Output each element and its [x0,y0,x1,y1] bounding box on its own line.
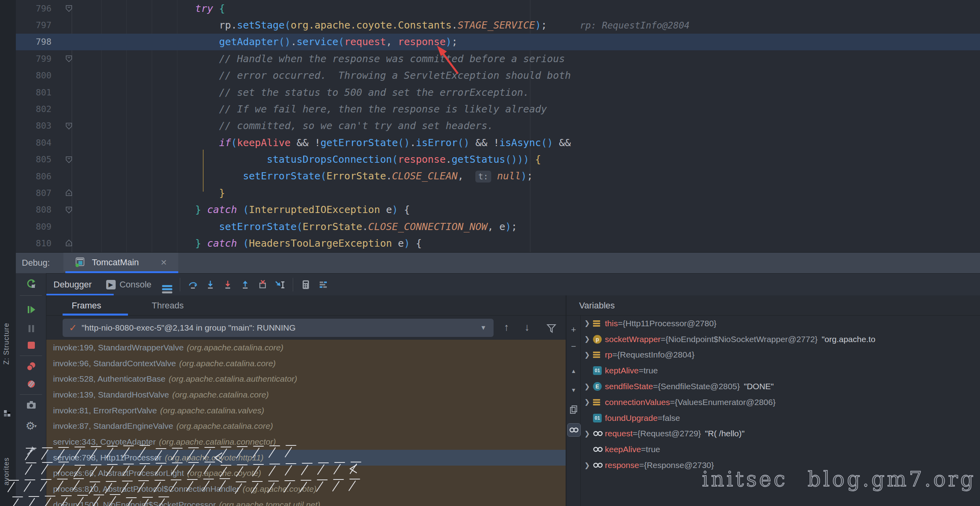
line-number[interactable]: 797 [16,20,51,30]
fold-marker[interactable] [51,0,79,17]
stack-frame-row[interactable]: invoke:87, StandardEngineValve(org.apach… [46,418,566,434]
code-line[interactable]: 804 if(keepAlive && !getErrorState().isE… [16,134,980,151]
fold-marker[interactable] [51,202,79,218]
stack-frame-row[interactable]: invoke:96, StandardContextValve(org.apac… [46,356,566,371]
sidebar-item-structure[interactable]: Z: Structure [2,323,11,365]
stack-frame-row[interactable]: process:66, AbstractProcessorLight(org.a… [46,466,566,481]
variable-row[interactable]: 01foundUpgrade = false [581,410,980,426]
line-number[interactable]: 799 [16,54,51,64]
variable-row[interactable]: ❯request = {Request@2729}"R( /hello)" [581,426,980,442]
variable-row[interactable]: 01keptAlive = true [581,363,980,379]
fold-marker[interactable] [51,235,79,251]
tab-frames[interactable]: Frames [72,301,101,311]
variable-row[interactable]: ❯this = {Http11Processor@2780} [581,316,980,331]
frame-down-button[interactable]: ↓ [524,321,530,333]
line-number[interactable]: 806 [16,171,51,181]
line-number[interactable]: 803 [16,121,51,131]
line-number[interactable]: 798 [16,37,51,47]
pause-button[interactable] [16,321,46,336]
fold-marker[interactable] [51,17,79,33]
run-to-cursor-button[interactable] [271,276,289,293]
code-line[interactable]: 803 // committed, so we can't try and se… [16,118,980,134]
code-line[interactable]: 805 statusDropsConnection(response.getSt… [16,151,980,168]
variable-row[interactable]: ❯response = {Response@2730} [581,457,980,473]
expand-chevron-icon[interactable]: ❯ [581,461,593,470]
resume-button[interactable] [16,302,46,317]
variable-row[interactable]: ❯connectionValues = {ValuesEnumerator@28… [581,394,980,410]
fold-marker[interactable] [51,218,79,235]
tab-threads[interactable]: Threads [152,301,184,311]
expand-chevron-icon[interactable]: ❯ [581,398,593,406]
fold-marker[interactable] [51,168,79,185]
stop-button[interactable] [16,338,46,352]
remove-watch-button[interactable]: − [566,340,581,353]
fold-marker[interactable] [51,84,79,101]
evaluate-expression-button[interactable] [297,276,315,293]
rerun-button[interactable] [16,277,46,291]
fold-marker[interactable] [51,118,79,134]
line-number[interactable]: 802 [16,104,51,114]
frame-up-button[interactable]: ↑ [504,321,509,333]
pin-icon[interactable] [16,443,46,458]
variables-tree[interactable]: ❯this = {Http11Processor@2780}❯psocketWr… [581,316,980,506]
fold-marker[interactable] [51,134,79,151]
copy-stack-icon[interactable] [566,403,581,416]
close-icon[interactable]: ✕ [160,258,167,267]
step-over-button[interactable] [184,276,202,293]
add-watch-button[interactable]: + [566,323,581,336]
expand-chevron-icon[interactable]: ❯ [581,319,593,327]
code-line[interactable]: 809 setErrorState(ErrorState.CLOSE_CONNE… [16,218,980,235]
force-step-into-button[interactable] [219,276,236,293]
code-line[interactable]: 808 } catch (InterruptedIOException e) { [16,202,980,218]
stack-frame-row[interactable]: invoke:199, StandardWrapperValve(org.apa… [46,340,566,356]
line-number[interactable]: 809 [16,222,51,232]
layout-options-icon[interactable] [158,276,176,293]
variable-row[interactable]: ❯EsendfileState = {SendfileState@2805}"D… [581,379,980,394]
debug-session-tab-label[interactable]: TomcatMain [92,257,139,268]
code-line[interactable]: 802 // If we fail here, then the respons… [16,101,980,117]
variable-row[interactable]: keepAlive = true [581,441,980,457]
watches-toggle-button[interactable] [567,423,581,437]
stack-frame-row[interactable]: invoke:81, ErrorReportValve(org.apache.c… [46,403,566,418]
line-number[interactable]: 800 [16,70,51,80]
drop-frame-button[interactable] [254,276,271,293]
stack-frame-row[interactable]: process:810, AbstractProtocol$Connection… [46,481,566,497]
code-line[interactable]: 807 } [16,185,980,201]
camera-icon[interactable] [16,398,46,413]
thread-dropdown[interactable]: ✓ "http-nio-8080-exec-5"@2,134 in group … [63,319,494,337]
code-line[interactable]: 806 setErrorState(ErrorState.CLOSE_CLEAN… [16,168,980,185]
filter-funnel-icon[interactable] [546,323,557,334]
line-number[interactable]: 804 [16,138,51,148]
settings-gear-icon[interactable]: ⚙▾ [16,419,46,433]
code-editor[interactable]: 796 try {797 rp.setStage(org.apache.coyo… [0,0,980,253]
code-line[interactable]: 810 } catch (HeadersTooLargeException e)… [16,235,980,251]
stack-frame-row[interactable]: invoke:139, StandardHostValve(org.apache… [46,387,566,403]
code-line[interactable]: 798 getAdapter().service(request, respon… [16,34,980,50]
move-down-icon[interactable]: ▼ [566,384,581,396]
expand-chevron-icon[interactable]: ❯ [581,430,593,438]
line-number[interactable]: 807 [16,188,51,198]
fold-marker[interactable] [51,50,79,67]
mute-breakpoints-button[interactable] [16,377,46,391]
fold-marker[interactable] [51,101,79,117]
code-line[interactable]: 799 // Handle when the response was comm… [16,50,980,67]
stack-frame-row[interactable]: doRun:1500, NioEndpoint$SocketProcessor(… [46,497,566,506]
expand-chevron-icon[interactable]: ❯ [581,382,593,391]
step-out-button[interactable] [236,276,254,293]
stack-frame-row[interactable]: service:343, CoyoteAdapter(org.apache.ca… [46,434,566,450]
code-line[interactable]: 797 rp.setStage(org.apache.coyote.Consta… [16,17,980,33]
view-breakpoints-button[interactable] [16,360,46,374]
expand-chevron-icon[interactable]: ❯ [581,335,593,343]
tab-debugger[interactable]: Debugger [46,274,99,296]
line-number[interactable]: 805 [16,154,51,164]
stack-frame-row[interactable]: invoke:528, AuthenticatorBase(org.apache… [46,371,566,387]
sidebar-item-favorites[interactable]: avorites [2,457,11,485]
fold-marker[interactable] [51,185,79,201]
move-up-icon[interactable]: ▲ [566,365,581,377]
variable-row[interactable]: ❯psocketWrapper = {NioEndpoint$NioSocket… [581,331,980,347]
fold-marker[interactable] [51,151,79,168]
variable-row[interactable]: ❯rp = {RequestInfo@2804} [581,347,980,363]
line-number[interactable]: 801 [16,88,51,97]
line-number[interactable]: 810 [16,238,51,248]
expand-chevron-icon[interactable]: ❯ [581,351,593,359]
